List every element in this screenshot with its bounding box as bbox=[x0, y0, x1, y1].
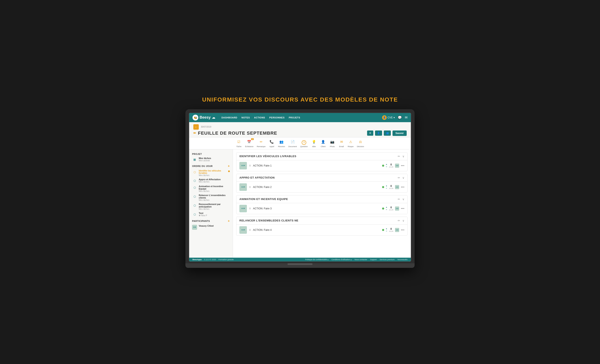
nav-projets[interactable]: PROJETS bbox=[289, 116, 300, 119]
sidebar-mes-taches[interactable]: ▦ Mes tâches Mon activité bbox=[189, 156, 233, 163]
dots-menu-2[interactable]: ••• bbox=[401, 185, 404, 189]
tool-appel[interactable]: 📞 Appel bbox=[269, 139, 275, 147]
echeance-label: Échéance bbox=[245, 146, 253, 147]
participants-section-title: PARTICIPANTS + bbox=[189, 218, 233, 224]
section-4-chevron-icon[interactable]: ∨ bbox=[402, 219, 404, 222]
mail-icon[interactable]: ✉ bbox=[405, 116, 407, 119]
section-1-chevron-icon[interactable]: ∨ bbox=[402, 155, 404, 158]
agenda-add-icon[interactable]: + bbox=[228, 164, 230, 168]
ccr-label-2: CCR bbox=[241, 186, 245, 188]
nav-dashboard[interactable]: DASHBOARD bbox=[221, 116, 237, 119]
decision-label: Décision bbox=[357, 146, 364, 147]
sidebar-item-appro[interactable]: ⬡ Appro et Affectation Mes tâches bbox=[189, 177, 233, 184]
plus-minus-4[interactable]: + − bbox=[386, 228, 387, 232]
section-3-edit-icon[interactable]: ✏ bbox=[398, 198, 400, 201]
ccr-avatar-1: CCR bbox=[239, 162, 247, 169]
status-dot-4 bbox=[382, 229, 384, 231]
tool-question[interactable]: ? Question bbox=[300, 140, 308, 147]
chat-icon[interactable]: 💬 bbox=[398, 116, 402, 119]
plus-minus-3[interactable]: + − bbox=[386, 206, 387, 211]
nav-personnes[interactable]: PERSONNES bbox=[269, 116, 285, 119]
remarque-label: Remarque bbox=[257, 146, 265, 147]
test-sub: ✱ New P bbox=[199, 214, 207, 217]
nav-right: 👤 CVE ▾ 💬 ✉ bbox=[382, 115, 407, 120]
tool-client[interactable]: 👤 Client bbox=[320, 139, 326, 147]
plus-icon-4[interactable]: + bbox=[386, 228, 387, 230]
action-text-2: ACTION: Faire 2 bbox=[253, 186, 380, 189]
dots-menu-4[interactable]: ••• bbox=[401, 228, 404, 232]
share-button[interactable]: 👤 bbox=[375, 130, 382, 136]
jour-count-3: 0 JOUR bbox=[389, 206, 393, 211]
decision-icon: ⚖ bbox=[357, 139, 363, 145]
back-button[interactable]: ← bbox=[193, 124, 199, 130]
footer-formation[interactable]: Formation gratuite bbox=[218, 258, 234, 261]
minus-icon-3[interactable]: − bbox=[386, 209, 387, 211]
section-relancer: RELANCER L'ENSEMBLEDES CLIENTS NE ✏ ∨ CC… bbox=[236, 217, 407, 236]
count-4: 0 bbox=[390, 228, 392, 230]
plus-minus-2[interactable]: + − bbox=[386, 185, 387, 189]
tool-document[interactable]: 📄 Document bbox=[288, 139, 297, 147]
test-name: Test bbox=[199, 212, 207, 214]
jour-label-1: JOUR bbox=[389, 166, 393, 168]
lines-icon-4: ≡ bbox=[249, 228, 251, 232]
settings-button[interactable]: ⚙ bbox=[367, 130, 373, 136]
footer-conditions[interactable]: Conditions d'utilisation ▴ bbox=[331, 258, 352, 261]
tool-reunion[interactable]: 👥 Réunion bbox=[278, 139, 285, 147]
plus-icon-3[interactable]: + bbox=[386, 206, 387, 209]
ccr-small-3: CCR bbox=[395, 207, 399, 211]
tool-tache[interactable]: ☑ Tâche bbox=[236, 139, 242, 147]
main-content: PROJET ▦ Mes tâches Mon activité ORDRE D… bbox=[189, 149, 411, 258]
projet-label: PROJET bbox=[192, 153, 202, 155]
plus-icon-1[interactable]: + bbox=[386, 163, 387, 166]
tool-idee[interactable]: 💡 Idée bbox=[311, 139, 317, 147]
idee-icon: 💡 bbox=[311, 139, 317, 145]
sidebar-participant-cve[interactable]: CVE Veauvy Chloé bbox=[189, 224, 233, 231]
footer-contact[interactable]: Nous contacter bbox=[355, 258, 367, 261]
sidebar-item-animation[interactable]: ⬡ Animation et Incentive Equipe Mes tâch… bbox=[189, 184, 233, 193]
footer-support[interactable]: Support bbox=[370, 258, 377, 261]
email-icon: ✉ bbox=[338, 139, 344, 145]
edit-pencil-icon[interactable]: ✏ bbox=[193, 131, 196, 135]
sidebar: PROJET ▦ Mes tâches Mon activité ORDRE D… bbox=[189, 149, 233, 258]
dots-menu-1[interactable]: ••• bbox=[401, 164, 404, 168]
tool-decision[interactable]: ⚖ Décision bbox=[357, 139, 364, 147]
save-button[interactable]: Sauver bbox=[393, 130, 407, 136]
sidebar-item-identifier[interactable]: ⬡ Identifier les véhicules livrables Mes… bbox=[189, 169, 233, 177]
section-4-edit-icon[interactable]: ✏ bbox=[398, 219, 400, 222]
minus-icon-4[interactable]: − bbox=[386, 230, 387, 232]
tool-photo[interactable]: 📷 Photo bbox=[329, 139, 335, 147]
sidebar-item-test[interactable]: ⬡ Test ✱ New P bbox=[189, 211, 233, 218]
nav-actions[interactable]: ACTIONS bbox=[254, 116, 265, 119]
identifier-sub: Mes tâches bbox=[199, 174, 226, 176]
sidebar-item-renouvellement[interactable]: ⬡ Renouvellement par anticipation Mes tâ… bbox=[189, 202, 233, 211]
section-2-edit-icon[interactable]: ✏ bbox=[398, 176, 400, 179]
minus-icon-1[interactable]: − bbox=[386, 166, 387, 168]
renouvellement-name: Renouvellement par anticipation bbox=[199, 203, 230, 208]
plus-icon-2[interactable]: + bbox=[386, 185, 387, 187]
tool-email[interactable]: ✉ Email bbox=[338, 139, 344, 147]
dots-menu-3[interactable]: ••• bbox=[401, 207, 404, 210]
status-dot-3 bbox=[382, 208, 384, 209]
section-2-chevron-icon[interactable]: ∨ bbox=[402, 176, 404, 179]
client-label: Client bbox=[321, 146, 326, 147]
section-3-chevron-icon[interactable]: ∨ bbox=[402, 198, 404, 201]
nav-links: DASHBOARD NOTES ACTIONS PERSONNES PROJET… bbox=[221, 116, 378, 119]
sidebar-item-relancer[interactable]: ⬡ Relancer L'ensembledes clients Mes tâc… bbox=[189, 193, 233, 202]
tool-echeance[interactable]: 📅 31 Échéance bbox=[245, 139, 253, 147]
nav-user[interactable]: 👤 CVE ▾ bbox=[382, 115, 395, 120]
nav-notes[interactable]: NOTES bbox=[242, 116, 250, 119]
footer-nouveautes[interactable]: Nouveautés bbox=[397, 258, 407, 261]
ccr-small-4: CCR bbox=[395, 228, 399, 232]
tool-risque[interactable]: ⚠ Risque bbox=[348, 139, 354, 147]
participants-add-icon[interactable]: + bbox=[228, 219, 230, 223]
photo-icon: 📷 bbox=[329, 139, 335, 145]
section-1-edit-icon[interactable]: ✏ bbox=[398, 155, 400, 158]
minus-icon-2[interactable]: − bbox=[386, 187, 387, 189]
footer-premium[interactable]: Services premium bbox=[380, 258, 394, 261]
tool-remarque[interactable]: ✏ Remarque bbox=[257, 139, 265, 147]
action-row-4: CCR ≡ ACTION: Faire 4 + − bbox=[236, 225, 407, 235]
cloud-icon: ☁ bbox=[212, 116, 215, 119]
plus-minus-1[interactable]: + − bbox=[386, 163, 387, 168]
group-button[interactable]: 👥 bbox=[384, 130, 391, 136]
footer-politique[interactable]: Politique de confidentialité ▴ bbox=[305, 258, 328, 261]
